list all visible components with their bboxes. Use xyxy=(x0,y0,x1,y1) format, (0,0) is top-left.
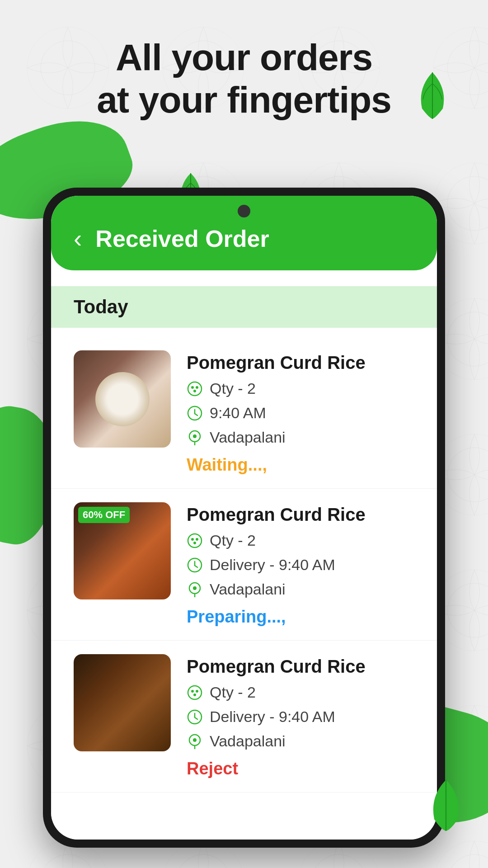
today-section-header: Today xyxy=(51,286,437,328)
order-location-1: Vadapalani xyxy=(210,429,286,446)
qty-icon-1 xyxy=(187,381,203,397)
order-location-row-3: Vadapalani xyxy=(187,732,414,750)
discount-badge-2: 60% OFF xyxy=(78,507,130,523)
svg-point-2 xyxy=(196,386,198,389)
clock-icon-2 xyxy=(187,557,203,573)
order-qty-1: Qty - 2 xyxy=(210,380,256,397)
order-image-1 xyxy=(74,350,171,448)
order-status-3: Reject xyxy=(187,759,414,778)
order-time-2: Delivery - 9:40 AM xyxy=(210,556,335,574)
order-time-row-2: Delivery - 9:40 AM xyxy=(187,556,414,574)
order-location-3: Vadapalani xyxy=(210,732,286,750)
order-name-1: Pomegran Curd Rice xyxy=(187,353,414,373)
order-name-2: Pomegran Curd Rice xyxy=(187,505,414,525)
order-card-3[interactable]: Pomegran Curd Rice Qty - 2 xyxy=(51,641,437,793)
location-icon-3 xyxy=(187,733,203,750)
svg-point-0 xyxy=(188,382,202,396)
svg-point-3 xyxy=(193,390,196,392)
food-photo-3 xyxy=(74,654,171,751)
order-details-1: Pomegran Curd Rice Qty - 2 xyxy=(187,350,414,475)
svg-point-10 xyxy=(191,538,194,541)
order-details-2: Pomegran Curd Rice Qty - 2 xyxy=(187,502,414,627)
qty-icon-3 xyxy=(187,684,203,701)
svg-point-18 xyxy=(188,686,202,699)
phone-camera xyxy=(238,205,250,217)
order-location-row-2: Vadapalani xyxy=(187,580,414,598)
order-image-2: 60% OFF xyxy=(74,502,171,599)
order-qty-row-1: Qty - 2 xyxy=(187,380,414,397)
order-status-2: Preparing..., xyxy=(187,607,414,627)
order-location-2: Vadapalani xyxy=(210,580,286,598)
order-name-3: Pomegran Curd Rice xyxy=(187,656,414,677)
order-details-3: Pomegran Curd Rice Qty - 2 xyxy=(187,654,414,778)
headline-section: All your ordersat your fingertips xyxy=(0,36,488,122)
order-qty-2: Qty - 2 xyxy=(210,532,256,549)
phone-screen: ‹ Received Order Today Pomegran Curd Ric… xyxy=(51,196,437,840)
leaf-top-right-icon xyxy=(416,70,450,120)
order-time-1: 9:40 AM xyxy=(210,404,266,422)
phone-mockup: ‹ Received Order Today Pomegran Curd Ric… xyxy=(43,188,445,848)
svg-point-21 xyxy=(193,693,196,696)
food-photo-1 xyxy=(74,350,171,448)
order-image-3 xyxy=(74,654,171,751)
header-title: Received Order xyxy=(95,225,269,252)
location-icon-1 xyxy=(187,429,203,446)
order-time-row-3: Delivery - 9:40 AM xyxy=(187,708,414,726)
order-card-1[interactable]: Pomegran Curd Rice Qty - 2 xyxy=(51,337,437,489)
order-time-3: Delivery - 9:40 AM xyxy=(210,708,335,726)
qty-icon-2 xyxy=(187,533,203,549)
clock-icon-3 xyxy=(187,709,203,725)
headline-text: All your ordersat your fingertips xyxy=(0,36,488,122)
app-content: Today Pomegran Curd Rice xyxy=(51,270,437,840)
order-card-2[interactable]: 60% OFF Pomegran Curd Rice xyxy=(51,489,437,641)
order-qty-row-2: Qty - 2 xyxy=(187,532,414,549)
svg-point-9 xyxy=(188,534,202,547)
svg-line-24 xyxy=(195,717,197,719)
location-icon-2 xyxy=(187,581,203,598)
svg-line-15 xyxy=(195,566,197,567)
svg-point-8 xyxy=(193,434,197,438)
today-label: Today xyxy=(74,296,128,317)
svg-line-6 xyxy=(195,414,197,415)
svg-point-17 xyxy=(193,586,197,590)
clock-icon-1 xyxy=(187,405,203,421)
order-time-row-1: 9:40 AM xyxy=(187,404,414,422)
back-button[interactable]: ‹ xyxy=(74,226,82,251)
order-qty-3: Qty - 2 xyxy=(210,684,256,701)
order-location-row-1: Vadapalani xyxy=(187,429,414,446)
svg-point-19 xyxy=(191,690,194,693)
svg-point-1 xyxy=(191,386,194,389)
svg-point-12 xyxy=(193,542,196,544)
svg-point-20 xyxy=(196,690,198,693)
svg-point-26 xyxy=(193,738,197,742)
svg-point-11 xyxy=(196,538,198,541)
leaf-bottom-right-icon xyxy=(427,778,465,832)
order-status-1: Waiting..., xyxy=(187,455,414,475)
order-qty-row-3: Qty - 2 xyxy=(187,684,414,701)
